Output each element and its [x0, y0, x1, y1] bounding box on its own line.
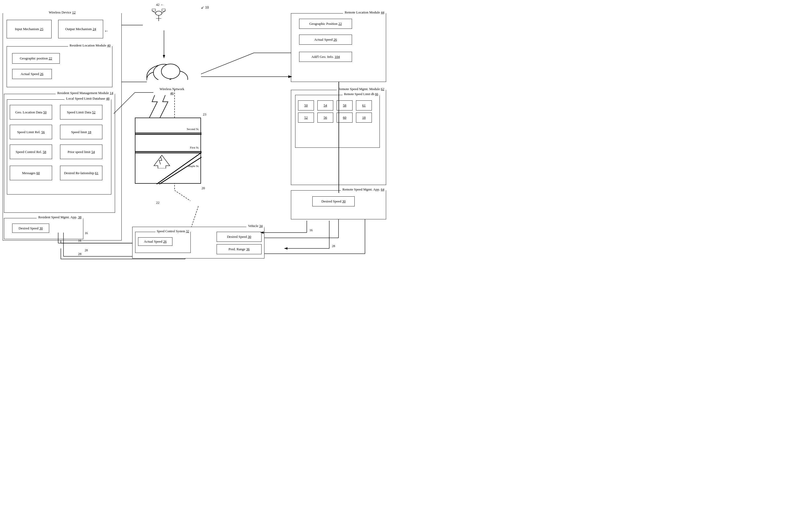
svg-line-20 [175, 190, 190, 201]
svg-line-55 [114, 93, 135, 114]
geographic-position-inner-box: Geographic position 22 [12, 53, 60, 64]
vehicle-arrow-icon [151, 152, 172, 168]
ref-10-label: ↙ 10 [201, 5, 209, 10]
svg-text:16: 16 [309, 228, 313, 232]
geo-position-remote-box: Geographic Position 22 [299, 19, 352, 29]
resident-speed-mgmt-module-box: Resident Speed Management Module 14 Loca… [4, 94, 115, 213]
actual-speed-vehicle-box: Actual Speed 26 [138, 237, 172, 246]
desired-speed-remote-app-box: Desired Speed 30 [313, 196, 355, 207]
map-area: 23 Second St. First St. Maple St. [135, 118, 201, 184]
prior-speed-limit-box: Prior speed limit 54 [60, 145, 102, 159]
resident-location-module-box: Resident Location Module 40 Geographic p… [7, 46, 112, 87]
cloud-icon [143, 58, 201, 90]
db-item-18: 18 [356, 113, 372, 123]
svg-marker-44 [154, 155, 170, 168]
desired-relationship-box: Desired Re-lationship 61 [60, 166, 102, 180]
ref-22-label: 22 [156, 200, 160, 205]
remote-location-module-box: Remote Location Module 44 Geographic Pos… [291, 13, 386, 82]
db-item-58: 58 [337, 100, 352, 111]
actual-speed-remote-box: Actual Speed 26 [299, 34, 352, 45]
speed-control-rel-box: Speed Control Rel. 58 [10, 145, 52, 159]
remote-db-grid: 50 54 58 61 52 56 60 [298, 100, 373, 123]
speed-limit-18-box: Speed limit 18 [60, 125, 102, 139]
wireless-network-area: Wireless Network46 [143, 58, 201, 95]
db-item-50: 50 [298, 100, 314, 111]
remote-speed-mgmt-app-box: Remote Speed Mgmt. App. 64 Desired Speed… [291, 190, 386, 219]
network-to-remote-line [201, 69, 296, 84]
speed-control-system-box: Speed Control System 32 Actual Speed 26 [135, 232, 191, 253]
map-box: Second St. First St. Maple St. [135, 118, 201, 184]
right-vertical-line [339, 82, 339, 193]
second-st-label: Second St. [187, 127, 199, 130]
speed-limit-data-box: Speed Limit Data 52 [60, 105, 102, 119]
map-ref-label: 23 [203, 112, 206, 117]
remote-to-vehicle-arrows: 16 28 [238, 219, 344, 264]
diagram: ↙ 10 42 ← Wireless Device 12 Input Mecha… [0, 0, 393, 266]
db-item-60: 60 [337, 113, 352, 123]
svg-point-40 [161, 64, 180, 79]
db-item-61: 61 [356, 100, 372, 111]
actual-speed-inner-box: Actual Speed 26 [12, 69, 52, 79]
remote-speed-limit-db-box: Remote Speed Limit db 66 50 54 58 61 52 [295, 95, 380, 148]
satellite-icon [151, 5, 167, 24]
speed-limit-rel-box: Speed Limit Rel. 56 [10, 125, 52, 139]
ref-20-label: 20 [202, 186, 205, 190]
network-to-device-line [114, 90, 156, 122]
svg-point-22 [156, 11, 162, 15]
svg-text:28: 28 [332, 244, 335, 248]
addl-geo-info-box: Add'l Geo. Info. 104 [299, 52, 352, 62]
db-item-56: 56 [317, 113, 333, 123]
output-mechanism-box: Output Mechanism 24 [58, 20, 103, 38]
db-item-54: 54 [317, 100, 333, 111]
maple-st-label: Maple St. [188, 164, 199, 168]
svg-text:28: 28 [78, 252, 82, 256]
geo-location-data-box: Geo. Location Data 50 [10, 105, 52, 119]
svg-marker-53 [288, 75, 292, 78]
messages-box: Messages 60 [10, 166, 52, 180]
wireless-device-title: Wireless Device 12 [3, 10, 121, 15]
first-st-label: First St. [190, 146, 199, 149]
output-arrow: ← [104, 28, 109, 33]
db-item-52: 52 [298, 113, 314, 123]
input-mechanism-box: Input Mechanism 25 [7, 20, 51, 38]
svg-text:16: 16 [78, 239, 81, 243]
local-speed-limit-db-box: Local Speed Limit Database 48 Geo. Locat… [7, 99, 111, 194]
